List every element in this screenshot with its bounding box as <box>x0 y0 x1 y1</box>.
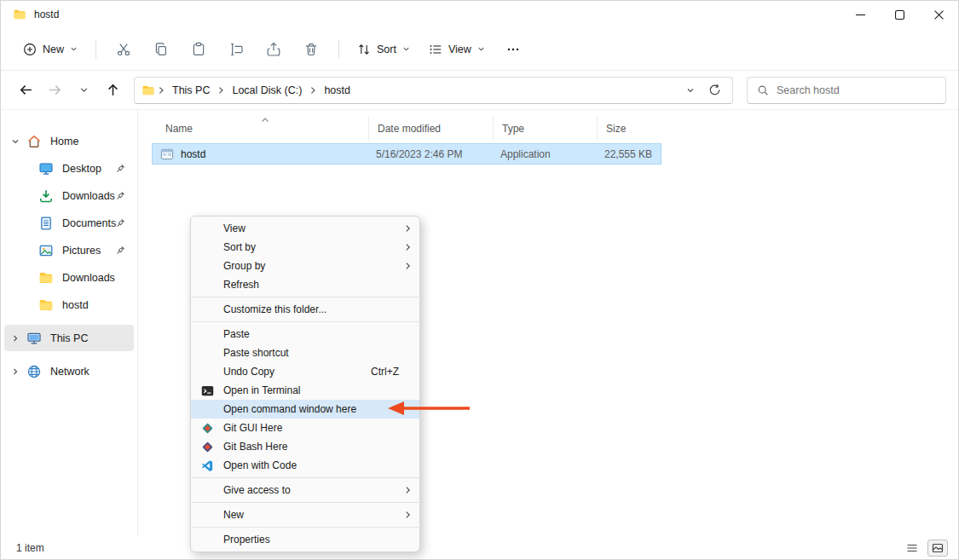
menu-item-open-command-window-here[interactable]: Open command window here <box>191 400 419 419</box>
sort-button-label: Sort <box>377 43 396 55</box>
delete-button[interactable] <box>295 35 327 64</box>
sidebar-item-home[interactable]: Home <box>4 128 134 154</box>
menu-item-refresh[interactable]: Refresh <box>191 275 419 294</box>
menu-item-open-with-code[interactable]: Open with Code <box>191 456 419 475</box>
home-icon <box>26 134 42 149</box>
up-button[interactable] <box>100 78 125 103</box>
address-bar[interactable]: This PC Local Disk (C:) hostd <box>134 77 733 104</box>
menu-item-sort-by[interactable]: Sort by <box>191 238 419 257</box>
menu-item-new[interactable]: New <box>191 505 419 524</box>
chevron-right-icon <box>402 486 413 494</box>
column-header-size[interactable]: Size <box>597 117 661 141</box>
column-header-date-modified[interactable]: Date modified <box>368 117 493 141</box>
menu-item-undo-copy[interactable]: Undo Copy Ctrl+Z <box>191 362 419 381</box>
chevron-right-icon[interactable] <box>4 334 26 343</box>
chevron-right-icon[interactable] <box>309 86 317 95</box>
address-dropdown-button[interactable] <box>679 79 702 101</box>
menu-item-label: Open with Code <box>223 459 413 471</box>
git-bash-icon <box>201 441 214 453</box>
cut-button[interactable] <box>107 35 140 64</box>
chevron-right-icon <box>402 243 413 251</box>
menu-item-view[interactable]: View <box>191 219 419 238</box>
view-toggles <box>902 540 948 557</box>
sidebar-item-this-pc[interactable]: This PC <box>4 325 134 351</box>
chevron-down-icon[interactable] <box>4 137 26 146</box>
more-options-button[interactable] <box>497 35 529 64</box>
computer-icon <box>26 331 42 346</box>
menu-item-give-access-to[interactable]: Give access to <box>191 481 419 499</box>
sidebar-item-label: This PC <box>50 332 88 344</box>
new-button[interactable]: New <box>14 36 86 63</box>
minimize-button[interactable] <box>841 1 880 28</box>
paste-button[interactable] <box>182 35 215 64</box>
menu-item-paste-shortcut[interactable]: Paste shortcut <box>191 344 419 362</box>
menu-item-git-bash-here[interactable]: Git Bash Here <box>191 437 419 456</box>
sidebar-item-label: hostd <box>62 299 89 311</box>
copy-button[interactable] <box>145 35 177 64</box>
maximize-button[interactable] <box>880 1 919 28</box>
copy-icon <box>153 42 169 57</box>
menu-item-properties[interactable]: Properties <box>191 530 419 549</box>
menu-item-label: View <box>223 222 402 234</box>
menu-separator <box>192 502 419 503</box>
chevron-right-icon[interactable] <box>4 367 26 376</box>
file-row-hostd[interactable]: hostd 5/16/2023 2:46 PM Application 22,5… <box>152 143 661 165</box>
sidebar-item-documents[interactable]: Documents <box>4 210 134 236</box>
back-button[interactable] <box>13 78 38 103</box>
toolbar: New Sort View <box>1 28 958 71</box>
details-view-button[interactable] <box>902 540 922 557</box>
breadcrumb-this-pc[interactable]: This PC <box>167 81 215 100</box>
pictures-icon <box>38 243 54 258</box>
menu-item-git-gui-here[interactable]: Git GUI Here <box>191 419 419 437</box>
documents-icon <box>38 216 54 231</box>
rename-button[interactable] <box>220 35 252 64</box>
folder-icon <box>38 270 54 286</box>
breadcrumb-local-disk-c[interactable]: Local Disk (C:) <box>227 81 307 100</box>
plus-circle-icon <box>23 43 37 56</box>
sidebar-item-label: Network <box>50 366 90 378</box>
sidebar-item-network[interactable]: Network <box>4 358 134 384</box>
sidebar-item-label: Home <box>50 136 78 147</box>
menu-item-group-by[interactable]: Group by <box>191 257 419 275</box>
menu-separator <box>192 527 419 528</box>
sort-button[interactable]: Sort <box>349 36 419 63</box>
sidebar-item-pictures[interactable]: Pictures <box>4 237 134 263</box>
file-date-modified: 5/16/2023 2:46 PM <box>368 148 493 160</box>
sidebar-item-hostd[interactable]: hostd <box>4 292 134 318</box>
recent-locations-button[interactable] <box>71 78 96 103</box>
menu-item-label: New <box>223 509 402 521</box>
menu-item-label: Git GUI Here <box>223 422 413 434</box>
sidebar-item-downloads-folder[interactable]: Downloads <box>4 264 134 291</box>
cut-icon <box>116 42 131 57</box>
view-icon <box>429 43 442 56</box>
menu-item-customize-folder[interactable]: Customize this folder... <box>191 300 419 319</box>
menu-item-label: Properties <box>223 534 413 546</box>
share-icon <box>266 42 281 57</box>
menu-item-label: Paste <box>223 328 413 340</box>
refresh-button[interactable] <box>703 79 725 101</box>
sidebar-item-downloads[interactable]: Downloads <box>4 182 134 209</box>
menu-item-label: Undo Copy <box>223 366 371 378</box>
share-button[interactable] <box>257 35 290 64</box>
menu-item-paste[interactable]: Paste <box>191 325 419 344</box>
chevron-right-icon[interactable] <box>217 86 225 95</box>
chevron-right-icon[interactable] <box>157 86 165 95</box>
navigation-pane: Home Desktop Downloads Documents Picture… <box>1 110 138 536</box>
view-button[interactable]: View <box>420 36 494 63</box>
breadcrumb-hostd[interactable]: hostd <box>319 81 355 100</box>
menu-item-open-in-terminal[interactable]: Open in Terminal <box>191 381 419 400</box>
forward-button[interactable] <box>42 78 67 103</box>
column-header-name[interactable]: Name <box>152 117 368 141</box>
sidebar-item-desktop[interactable]: Desktop <box>4 155 134 182</box>
column-header-type[interactable]: Type <box>493 117 597 141</box>
folder-icon <box>38 297 54 313</box>
close-button[interactable] <box>919 1 958 28</box>
desktop-icon <box>38 161 54 176</box>
search-input[interactable] <box>777 84 936 96</box>
large-icons-view-button[interactable] <box>927 540 948 557</box>
address-row: This PC Local Disk (C:) hostd <box>1 71 958 110</box>
menu-item-label: Group by <box>223 260 402 272</box>
delete-icon <box>303 42 319 57</box>
pin-icon <box>116 218 125 228</box>
menu-item-label: Open command window here <box>223 403 413 415</box>
